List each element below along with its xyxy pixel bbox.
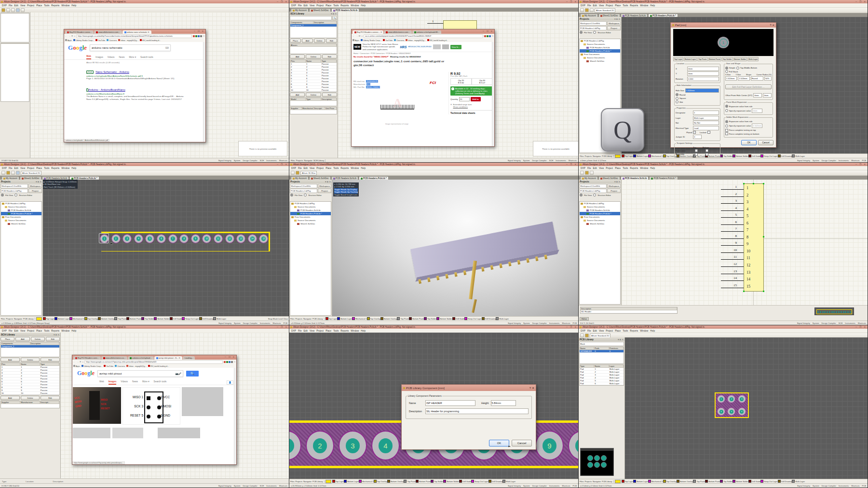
layer-tab[interactable]: Bottom Paste (416, 480, 431, 483)
plated-checkbox[interactable]: ✓ (693, 131, 696, 134)
show-conditions-link[interactable]: Show conditions (453, 106, 468, 108)
fabrication-bottom-checkbox[interactable] (705, 149, 708, 152)
menu-item[interactable]: Place (615, 330, 621, 332)
menu-item[interactable]: Help (361, 330, 366, 332)
bookmark-item[interactable]: Coursera (394, 39, 404, 42)
panel-tab[interactable]: Files (580, 155, 583, 157)
status-panel-button[interactable]: Instruments (839, 485, 849, 487)
layer-tab[interactable]: Bottom Overlay (98, 317, 115, 320)
status-panel-button[interactable]: Instruments (266, 485, 276, 487)
offset-y-field[interactable]: 0mm (763, 93, 772, 98)
component-description-field[interactable]: SIL Header for programming (425, 408, 529, 414)
menu-item[interactable]: Project (316, 330, 324, 332)
status-panel-button[interactable]: Design Compiler (822, 159, 836, 162)
shape-dropdown[interactable]: Round (751, 76, 763, 81)
jumper-id-field[interactable]: 0 (693, 135, 702, 139)
bookmark-item[interactable]: Inbox - mgog00@g... (118, 39, 138, 42)
panel-tab[interactable]: PCB Library (23, 318, 34, 320)
paste-value-field[interactable]: 0mm (752, 109, 762, 113)
layer-tab[interactable]: Keep-Out Layer (471, 480, 488, 483)
dialog-help-icon[interactable]: ? (529, 387, 531, 390)
pin[interactable]: 4 (721, 208, 744, 215)
pad-rotation-field[interactable]: 0.000 (687, 77, 719, 81)
browser-tab[interactable]: www.allelectronics.com... (384, 30, 412, 34)
result-type-tab[interactable]: Web (86, 55, 91, 59)
forward-icon[interactable]: → (355, 35, 357, 37)
project-tree-item[interactable]: Sheet1.SchDoc (1, 222, 41, 225)
menu-item[interactable]: Help (361, 167, 366, 169)
layer-tab[interactable]: Top Layer (332, 480, 344, 483)
layer-tab[interactable]: Top Solder (424, 317, 436, 320)
status-panel-button[interactable]: Design Compiler (243, 159, 257, 162)
menu-item[interactable]: Help (361, 4, 366, 7)
close-icon[interactable]: ✕ (80, 361, 81, 363)
panel-button[interactable]: Delete (306, 55, 321, 59)
chrome-menu-icon[interactable]: ≡ (492, 35, 493, 37)
layer-tab[interactable]: Top Layer (326, 317, 338, 320)
status-panel-button[interactable]: SCH (549, 159, 554, 162)
menu-item[interactable]: Help (71, 4, 76, 7)
status-panel-button[interactable]: System (813, 159, 819, 162)
pad-layer-tab[interactable]: Bottom Paste (708, 57, 721, 61)
pad[interactable]: 15 (259, 234, 268, 243)
panel-list[interactable] (0, 43, 29, 102)
workspace-dropdown[interactable]: Workspace1.DsnWrk (579, 184, 607, 188)
browser-window-controls[interactable]: ─ ❐ ✕ (225, 356, 235, 358)
structure-editor-radio[interactable] (593, 31, 596, 34)
file-view-radio[interactable] (1, 194, 4, 196)
menu-item[interactable]: Help (71, 330, 76, 332)
browser-tab[interactable]: arduino.cc/en/uploads/M... (412, 30, 441, 34)
menu-item[interactable]: View (599, 167, 604, 169)
project-tree-item[interactable]: Sheet1.SchDoc (580, 222, 620, 225)
menu-item[interactable]: Project (606, 167, 613, 169)
panel-tab[interactable]: Files (580, 480, 583, 483)
menu-item[interactable]: File (9, 4, 13, 7)
pad-layer-tab[interactable]: Top Solder (722, 57, 733, 61)
panel-button[interactable]: Edit (326, 39, 337, 43)
back-icon[interactable]: ← (73, 361, 75, 363)
project-tree-item[interactable]: PCB Headers.LibPkg (290, 202, 331, 205)
scrollbar[interactable] (492, 42, 494, 146)
window-controls[interactable]: ─ ❐ ✕ (855, 0, 867, 3)
layer-tab[interactable]: Keep-Out Layer (182, 317, 199, 320)
hole-round-radio[interactable] (676, 93, 678, 96)
workspace-dropdown[interactable]: Workspace1.DsnWrk (0, 184, 28, 188)
panel-button[interactable]: Place (290, 39, 301, 43)
layer-tab[interactable]: Mechanical 1 (648, 154, 663, 157)
window-controls[interactable]: ─ ❐ ✕ (855, 326, 867, 328)
layer-tab[interactable]: Bottom Paste (126, 317, 141, 320)
pad-layer-tab[interactable]: Top Paste (697, 57, 707, 61)
pin[interactable]: 15 (721, 285, 744, 292)
hole-size-field[interactable]: 1.524mm (685, 88, 719, 93)
status-panel-button[interactable]: Signal Integrity (797, 322, 810, 324)
panel-button[interactable]: Delete (306, 93, 321, 97)
toolbar-icon[interactable] (16, 8, 20, 12)
pad-layer-tab[interactable]: Bottom Solder (733, 57, 747, 61)
hole-square-radio[interactable] (676, 97, 678, 100)
result-type-tab[interactable]: More ▾ (142, 380, 149, 385)
menu-item[interactable]: DXP (291, 167, 296, 169)
panel-button[interactable]: Place (0, 337, 14, 341)
pad[interactable]: 10 (202, 234, 211, 243)
toolbar-icon[interactable] (11, 171, 15, 175)
menu-item[interactable]: Tools (333, 4, 339, 7)
pin[interactable]: 1 (721, 186, 744, 194)
status-panel-button[interactable]: System (234, 159, 241, 162)
menu-item[interactable]: Help (650, 330, 655, 332)
back-icon[interactable]: ← (65, 35, 67, 37)
file-view-radio[interactable] (580, 194, 583, 196)
menu-item[interactable]: Edit (593, 330, 597, 332)
component-name-field[interactable]: ISP HEADER (425, 400, 475, 406)
toolbar-icon[interactable] (1, 171, 5, 175)
assembly-bottom-checkbox[interactable] (705, 153, 708, 156)
library-filter-input[interactable] (290, 16, 332, 20)
bookmark-item[interactable]: YouTube (104, 365, 113, 367)
close-icon[interactable]: ✕ (71, 35, 73, 37)
bookmark-item[interactable]: RS | world-leading d... (427, 39, 448, 42)
file-view-radio[interactable] (290, 194, 293, 196)
menu-item[interactable]: Edit (14, 167, 18, 169)
layer-tab[interactable]: Top Layer (622, 480, 634, 483)
result-type-tab[interactable]: Videos (121, 380, 128, 385)
status-panel-button[interactable]: Instruments (556, 159, 566, 162)
reload-icon[interactable]: ⟳ (359, 35, 361, 37)
